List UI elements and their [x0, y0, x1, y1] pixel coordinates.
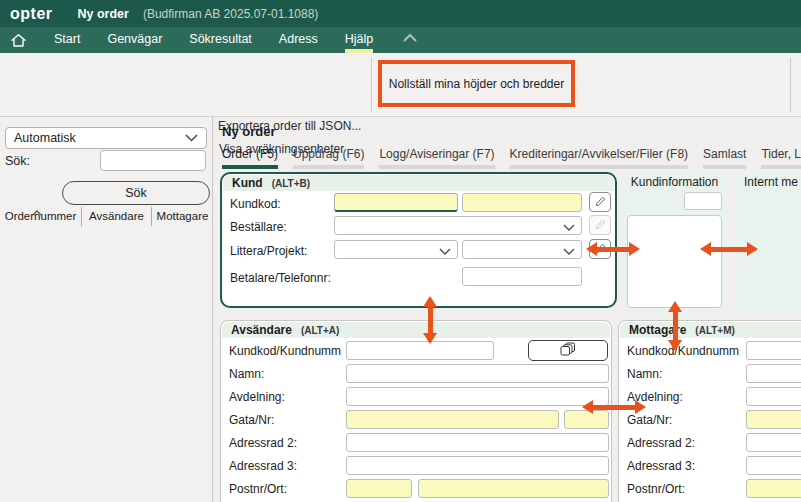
- tab-logg-aviseringar[interactable]: Logg/Aviseringar (F7): [379, 147, 494, 169]
- annotation-arrow-horizontal: [700, 242, 758, 256]
- filter-dropdown-value: Automatisk: [14, 131, 76, 145]
- menu-item-sokresultat[interactable]: Sökresultat: [189, 32, 252, 53]
- tab-order[interactable]: Order (F5): [222, 147, 278, 169]
- panel-title: Internt me: [735, 172, 801, 189]
- adressrad3-label: Adressrad 3:: [627, 459, 695, 473]
- home-icon[interactable]: [10, 33, 27, 48]
- order-tabs: Order (F5) Uppdrag (F6) Logg/Aviseringar…: [222, 147, 801, 169]
- annotation-arrow-horizontal: [582, 400, 646, 414]
- mottagare-namn-input[interactable]: [746, 364, 801, 383]
- filter-dropdown[interactable]: Automatisk: [5, 127, 207, 149]
- window-title: Ny order: [78, 7, 129, 21]
- kundinformation-input[interactable]: [684, 192, 722, 210]
- bestallare-edit-button[interactable]: [589, 215, 611, 235]
- avsandare-avdelning-input[interactable]: [346, 387, 609, 406]
- kundkod-kundnummer-label: Kundkod/Kundnumm: [229, 344, 346, 358]
- mottagare-adressrad3-input[interactable]: [746, 456, 801, 475]
- avsandare-ort-input[interactable]: [418, 479, 609, 498]
- pencil-icon: [595, 193, 606, 211]
- mottagare-avdelning-input[interactable]: [746, 387, 801, 406]
- chevron-down-icon: [563, 241, 575, 259]
- group-shortcut: (ALT+M): [695, 325, 735, 336]
- company-version-subtitle: (Budfirman AB 2025.07-01.1088): [143, 7, 318, 21]
- group-title: Avsändare: [231, 323, 292, 337]
- bestallare-dropdown[interactable]: [334, 216, 582, 235]
- tab-krediteringar[interactable]: Krediteringar/Avvikelser/Filer (F8): [510, 147, 689, 169]
- opter-window: opter Ny order (Budfirman AB 2025.07-01.…: [0, 0, 801, 502]
- avdelning-label: Avdelning:: [229, 390, 285, 404]
- titlebar: opter Ny order (Budfirman AB 2025.07-01.…: [0, 0, 801, 27]
- kundkod-label: Kundkod:: [230, 197, 281, 211]
- page-title: Ny order: [222, 124, 275, 139]
- avsandare-namn-input[interactable]: [346, 364, 609, 383]
- avsandare-gata-input[interactable]: [346, 410, 559, 429]
- toolbar-divider: [790, 58, 791, 112]
- pencil-icon: [595, 216, 606, 234]
- adressrad3-label: Adressrad 3:: [229, 459, 297, 473]
- group-title: Kund: [232, 176, 263, 190]
- kundkod-input-2[interactable]: [462, 193, 582, 212]
- menubar: Start Genvägar Sökresultat Adress Hjälp: [0, 27, 801, 53]
- search-input[interactable]: [100, 150, 206, 171]
- namn-label: Namn:: [229, 367, 264, 381]
- kund-group: Kund (ALT+B) Kundkod: Beställare: Litter…: [220, 172, 617, 308]
- group-shortcut: (ALT+A): [301, 325, 339, 336]
- chevron-up-icon[interactable]: [403, 28, 417, 46]
- avsandare-adressrad3-input[interactable]: [346, 456, 609, 475]
- annotation-highlight-box: Nollställ mina höjder och bredder: [378, 60, 575, 107]
- kundkod-kundnummer-label: Kundkod/Kundnumm: [627, 344, 746, 358]
- littera-projekt-label: Littera/Projekt:: [230, 244, 307, 258]
- adressrad2-label: Adressrad 2:: [229, 436, 297, 450]
- avsandare-group-header: Avsändare (ALT+A): [222, 322, 610, 338]
- opter-logo: opter: [10, 5, 53, 23]
- kundinformation-notes[interactable]: [627, 215, 722, 308]
- gata-nr-label: Gata/Nr:: [229, 413, 274, 427]
- search-button[interactable]: Sök: [62, 181, 210, 205]
- adressrad2-label: Adressrad 2:: [627, 436, 695, 450]
- order-search-sidebar: Automatisk Sök: Sök Ordernummer Avsändar…: [0, 117, 213, 502]
- kundkod-input-1[interactable]: [334, 193, 458, 212]
- kund-group-header: Kund (ALT+B): [223, 175, 614, 191]
- column-separator: [151, 207, 152, 226]
- reset-layout-button[interactable]: Nollställ mina höjder och bredder: [389, 77, 564, 91]
- gata-nr-label: Gata/Nr:: [627, 413, 672, 427]
- avsandare-adressrad2-input[interactable]: [346, 433, 609, 452]
- column-header-mottagare[interactable]: Mottagare: [153, 210, 212, 222]
- avsandare-group: Avsändare (ALT+A) Kundkod/Kundnumm Namn:…: [220, 320, 612, 502]
- column-header-avsandare[interactable]: Avsändare: [83, 210, 150, 222]
- betalare-input[interactable]: [462, 267, 582, 286]
- menu-item-genvagar[interactable]: Genvägar: [107, 32, 162, 53]
- menu-item-adress[interactable]: Adress: [279, 32, 318, 53]
- annotation-arrow-vertical: [668, 301, 682, 351]
- chevron-down-icon: [185, 131, 198, 145]
- toolbar-divider: [371, 58, 372, 112]
- tab-uppdrag[interactable]: Uppdrag (F6): [293, 147, 364, 169]
- betalare-telefonnr-label: Betalare/Telefonnr:: [230, 271, 331, 285]
- copy-address-button[interactable]: [528, 340, 608, 361]
- postnr-ort-label: Postnr/Ort:: [627, 482, 685, 496]
- avsandare-postnr-input[interactable]: [346, 479, 412, 498]
- mottagare-adressrad2-input[interactable]: [746, 433, 801, 452]
- column-header-ordernummer[interactable]: Ordernummer: [1, 210, 80, 222]
- chevron-down-icon: [439, 241, 451, 259]
- mottagare-gata-input[interactable]: [746, 410, 801, 429]
- mottagare-kundkod-input[interactable]: [746, 341, 801, 360]
- menu-item-hjalp[interactable]: Hjälp: [345, 32, 374, 53]
- bestallare-label: Beställare:: [230, 220, 287, 234]
- avsandare-kundkod-input[interactable]: [346, 341, 494, 360]
- postnr-ort-label: Postnr/Ort:: [229, 482, 287, 496]
- panel-title: Kundinformation: [622, 172, 727, 189]
- projekt-dropdown[interactable]: [462, 240, 582, 259]
- result-list-header: Ordernummer Avsändare Mottagare: [0, 204, 213, 228]
- column-separator: [81, 207, 82, 226]
- menu-item-start[interactable]: Start: [54, 32, 80, 53]
- chevron-down-icon: [563, 217, 575, 235]
- search-label: Sök:: [5, 154, 30, 168]
- littera-dropdown[interactable]: [334, 240, 458, 259]
- mottagare-group-header: Mottagare (ALT+M): [620, 322, 801, 338]
- kundkod-edit-button[interactable]: [589, 192, 611, 212]
- tab-samlast[interactable]: Samlast: [703, 147, 746, 169]
- copy-stack-icon: [560, 342, 576, 360]
- mottagare-postnr-input[interactable]: [746, 479, 801, 498]
- tab-tider[interactable]: Tider, Lös: [761, 147, 801, 169]
